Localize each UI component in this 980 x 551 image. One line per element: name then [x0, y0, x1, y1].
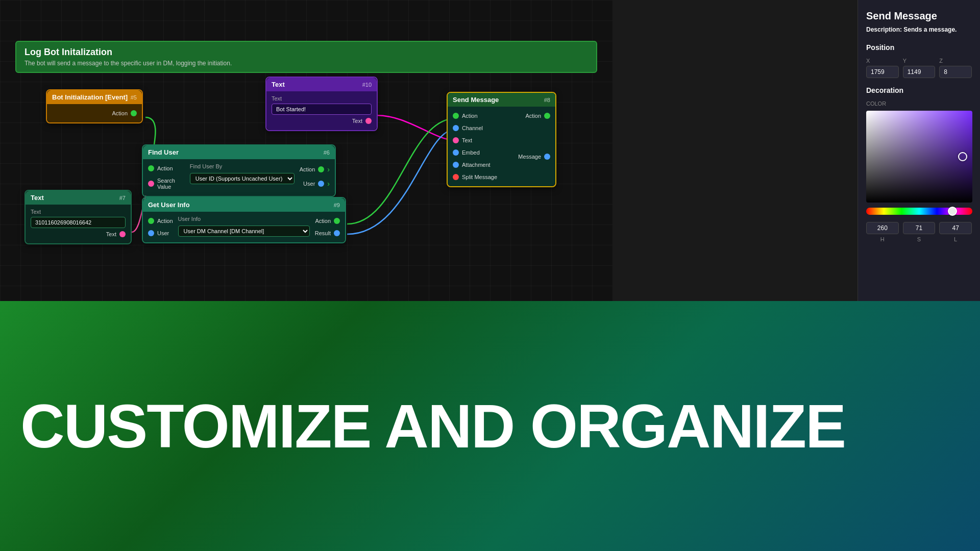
text10-node[interactable]: Text #10 Text Bot Started! Text [265, 77, 378, 131]
send-msg-attachment-in: Attachment [453, 162, 497, 168]
position-row: X Y Z [866, 58, 972, 78]
hue-thumb[interactable] [948, 207, 957, 216]
send-msg-embed-in-label: Embed [462, 149, 480, 156]
get-user-user-in-port[interactable] [148, 230, 154, 236]
text10-output: Text [272, 118, 372, 124]
send-msg-action-out-port[interactable] [544, 113, 550, 119]
send-msg-text-in-port[interactable] [453, 137, 459, 143]
text7-field-value[interactable]: 310116026908016642 [31, 217, 126, 228]
hsl-s-label: S [917, 236, 921, 242]
find-user-dropdown[interactable]: User ID (Supports Uncached User) [190, 173, 295, 184]
send-msg-attachment-in-port[interactable] [453, 162, 459, 168]
hsl-s-input[interactable] [903, 222, 936, 234]
send-msg-action-in-port[interactable] [453, 113, 459, 119]
text7-output-port[interactable] [119, 231, 126, 237]
bot-init-title: Bot Initialization [Event] [52, 93, 128, 101]
text7-field-label: Text [31, 209, 126, 215]
get-user-dropdown[interactable]: User DM Channel [DM Channel] [178, 226, 310, 237]
text10-output-label: Text [352, 118, 362, 124]
find-user-user-out-port[interactable] [318, 181, 324, 187]
bottom-section: CUSTOMIZE AND ORGANIZE [0, 301, 980, 551]
hsl-h-field: H [866, 222, 899, 242]
position-y-input[interactable] [903, 66, 936, 78]
find-user-action-in-label: Action [157, 165, 173, 171]
hsl-h-label: H [880, 236, 885, 242]
get-user-title: Get User Info [148, 201, 190, 209]
text10-field-value[interactable]: Bot Started! [272, 104, 372, 115]
panel-description: Description: Sends a message. [866, 26, 972, 33]
find-user-title: Find User [148, 148, 179, 156]
send-msg-embed-in: Embed [453, 149, 497, 156]
find-user-user-arrow: › [327, 180, 330, 188]
send-msg-action-in-label: Action [462, 113, 478, 119]
banner-subtitle: The bot will send a message to the speci… [24, 60, 588, 67]
get-user-action-out: Action [315, 218, 340, 224]
text7-output: Text [31, 231, 126, 237]
position-z-field: Z [939, 58, 972, 78]
bot-init-action-port[interactable] [131, 110, 137, 116]
panel-desc-value: Sends a message. [903, 26, 957, 33]
send-msg-action-out-label: Action [525, 113, 541, 119]
color-picker-cursor[interactable] [958, 152, 967, 161]
hsl-h-input[interactable] [866, 222, 899, 234]
get-user-action-in-label: Action [157, 218, 173, 224]
text7-title: Text [31, 194, 44, 202]
get-user-body: Action User User Info User DM Channel [D… [143, 212, 345, 242]
find-user-node[interactable]: Find User #6 Action Search Value Find Us… [142, 144, 336, 197]
find-user-action-out: Action › [300, 165, 330, 173]
send-msg-channel-in-port[interactable] [453, 125, 459, 131]
send-msg-attachment-in-label: Attachment [462, 162, 491, 168]
hue-slider[interactable] [866, 208, 972, 215]
text10-title: Text [272, 81, 285, 88]
color-picker[interactable] [866, 111, 972, 203]
get-user-action-in-port[interactable] [148, 218, 154, 224]
get-user-action-in: Action [148, 218, 173, 224]
send-msg-message-out: Message [518, 154, 550, 160]
get-user-mid-label: User Info [178, 216, 310, 222]
position-section-title: Position [866, 43, 972, 52]
hsl-l-input[interactable] [939, 222, 972, 234]
send-message-body: Action Channel Text Embed Attachment Spl… [448, 107, 555, 186]
find-user-user-out: User › [300, 180, 330, 188]
find-user-id: #6 [324, 149, 330, 156]
find-user-searchval-label: Search Value [157, 178, 185, 190]
hsl-s-field: S [903, 222, 936, 242]
find-user-action-in: Action [148, 165, 185, 171]
position-z-label: Z [939, 58, 972, 64]
bot-init-action-label: Action [112, 110, 128, 116]
find-user-searchval-port[interactable] [148, 181, 154, 187]
send-msg-action-out: Action [518, 113, 550, 119]
send-msg-text-in-label: Text [462, 137, 472, 143]
send-message-header: Send Message #8 [448, 93, 555, 107]
get-user-info-node[interactable]: Get User Info #9 Action User User Info U… [142, 197, 346, 243]
position-x-input[interactable] [866, 66, 899, 78]
get-user-user-in: User [148, 230, 173, 236]
text7-body: Text 310116026908016642 Text [26, 205, 131, 243]
find-user-searchval-in: Search Value [148, 178, 185, 190]
get-user-result-out: Result [315, 230, 340, 236]
get-user-id: #9 [334, 202, 340, 208]
decoration-section: Decoration COLOR H S L [866, 86, 972, 242]
send-message-node[interactable]: Send Message #8 Action Channel Text Embe… [447, 92, 556, 187]
send-msg-message-out-port[interactable] [544, 154, 550, 160]
big-text: CUSTOMIZE AND ORGANIZE [20, 395, 845, 457]
bot-init-node[interactable]: Bot Initialization [Event] #5 Action [46, 89, 143, 123]
decoration-title: Decoration [866, 86, 972, 94]
position-y-field: Y [903, 58, 936, 78]
send-message-id: #8 [544, 97, 550, 103]
send-msg-split-in-port[interactable] [453, 174, 459, 180]
send-message-title: Send Message [453, 96, 499, 104]
get-user-result-out-port[interactable] [334, 230, 340, 236]
text10-output-port[interactable] [365, 118, 372, 124]
position-z-input[interactable] [939, 66, 972, 78]
find-user-user-out-label: User [303, 181, 315, 187]
find-user-action-in-port[interactable] [148, 165, 154, 171]
position-x-label: X [866, 58, 899, 64]
send-msg-embed-in-port[interactable] [453, 149, 459, 156]
text7-node[interactable]: Text #7 Text 310116026908016642 Text [24, 190, 132, 244]
send-msg-split-in: Split Message [453, 174, 497, 180]
get-user-action-out-port[interactable] [334, 218, 340, 224]
position-y-label: Y [903, 58, 936, 64]
get-user-action-out-label: Action [315, 218, 331, 224]
find-user-action-out-port[interactable] [318, 166, 324, 172]
